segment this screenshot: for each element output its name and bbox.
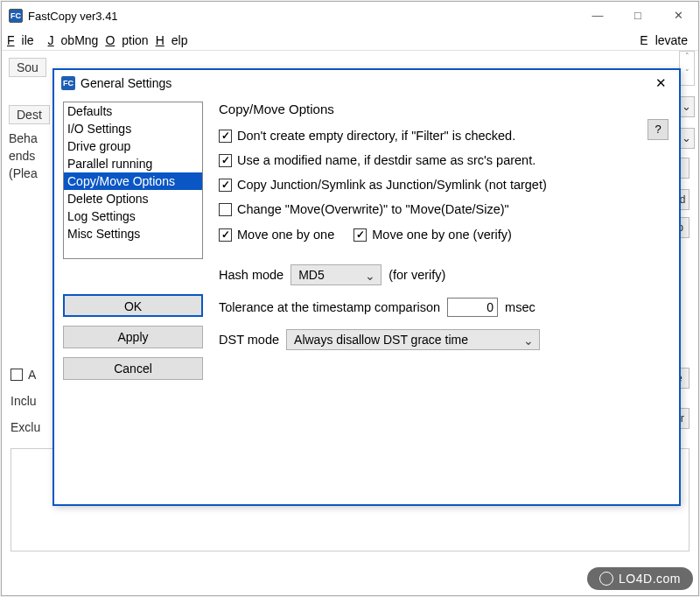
include-label-ghost: Inclu: [10, 394, 37, 408]
cb-move-one[interactable]: [219, 228, 232, 242]
cancel-button[interactable]: Cancel: [63, 357, 203, 380]
menu-file[interactable]: File: [7, 33, 41, 47]
apply-button[interactable]: Apply: [63, 326, 203, 348]
tolerance-input[interactable]: 0: [447, 298, 498, 317]
hash-mode-label: Hash mode: [219, 268, 284, 282]
window-title: FastCopy ver3.41: [28, 10, 118, 23]
hash-mode-suffix: (for verify): [388, 268, 445, 282]
watermark-text: LO4D.com: [619, 572, 681, 586]
list-item-delete[interactable]: Delete Options: [64, 190, 202, 207]
dialog-title: General Settings: [80, 76, 172, 90]
source-scroll[interactable]: ˄ ˅: [679, 51, 695, 86]
acl-label-ghost: A: [28, 368, 36, 382]
cb-change-move-label: Change "Move(Overwrite)" to "Move(Date/S…: [237, 202, 509, 216]
dst-mode-select[interactable]: Always disallow DST grace time: [286, 329, 540, 350]
list-item-parallel[interactable]: Parallel running: [64, 155, 202, 172]
settings-category-list[interactable]: Defaults I/O Settings Drive group Parall…: [63, 102, 203, 259]
cb-modified-name[interactable]: [219, 154, 232, 167]
hash-mode-select[interactable]: MD5: [290, 264, 382, 285]
menu-help[interactable]: Help: [156, 33, 188, 47]
tolerance-suffix: msec: [505, 300, 536, 314]
dest-button[interactable]: Dest: [9, 105, 50, 124]
exclude-label-ghost: Exclu: [10, 420, 40, 434]
dialog-close-button[interactable]: ✕: [648, 75, 674, 91]
menu-option[interactable]: Option: [105, 33, 148, 47]
tolerance-label: Tolerance at the timestamp comparison: [219, 300, 440, 314]
acl-checkbox[interactable]: [10, 369, 23, 381]
cb-no-empty-dir[interactable]: [219, 130, 232, 143]
menu-jobmng[interactable]: JobMng: [48, 33, 99, 47]
cb-no-empty-dir-label: Don't create empty directory, if "Filter…: [237, 129, 515, 143]
dialog-titlebar: FC General Settings ✕: [54, 70, 679, 96]
dst-mode-label: DST mode: [219, 333, 279, 347]
cb-move-one-label: Move one by one: [237, 228, 334, 242]
list-item-drive-group[interactable]: Drive group: [64, 137, 202, 155]
list-item-misc[interactable]: Misc Settings: [64, 225, 202, 242]
watermark: LO4D.com: [587, 567, 693, 590]
dialog-icon: FC: [61, 76, 75, 90]
close-button[interactable]: ✕: [658, 3, 698, 29]
ok-button[interactable]: OK: [63, 294, 203, 317]
panel-help-button[interactable]: ?: [648, 119, 668, 140]
settings-dialog: FC General Settings ✕ Defaults I/O Setti…: [52, 68, 681, 506]
list-item-log[interactable]: Log Settings: [64, 207, 202, 225]
cb-modified-name-label: Use a modified name, if destdir same as …: [237, 153, 536, 167]
cb-copy-symlink-label: Copy Junction/Symlink as Junction/Symlin…: [237, 178, 547, 192]
menubar: File JobMng Option Help Elevate: [2, 30, 698, 51]
panel-heading: Copy/Move Options: [219, 102, 670, 116]
minimize-button[interactable]: —: [578, 3, 618, 29]
list-item-defaults[interactable]: Defaults: [64, 102, 202, 120]
cb-move-one-verify-label: Move one by one (verify): [372, 228, 512, 242]
menu-elevate[interactable]: Elevate: [640, 33, 688, 47]
globe-icon: [599, 572, 613, 586]
cb-copy-symlink[interactable]: [219, 179, 232, 192]
app-icon: FC: [9, 9, 23, 23]
source-button[interactable]: Sou: [9, 58, 46, 77]
titlebar: FC FastCopy ver3.41 — □ ✕: [2, 2, 698, 30]
maximize-button[interactable]: □: [618, 3, 658, 29]
list-item-copy-move[interactable]: Copy/Move Options: [64, 172, 202, 190]
cb-change-move[interactable]: [219, 203, 232, 216]
cb-move-one-verify[interactable]: [354, 228, 367, 242]
list-item-io[interactable]: I/O Settings: [64, 120, 202, 137]
